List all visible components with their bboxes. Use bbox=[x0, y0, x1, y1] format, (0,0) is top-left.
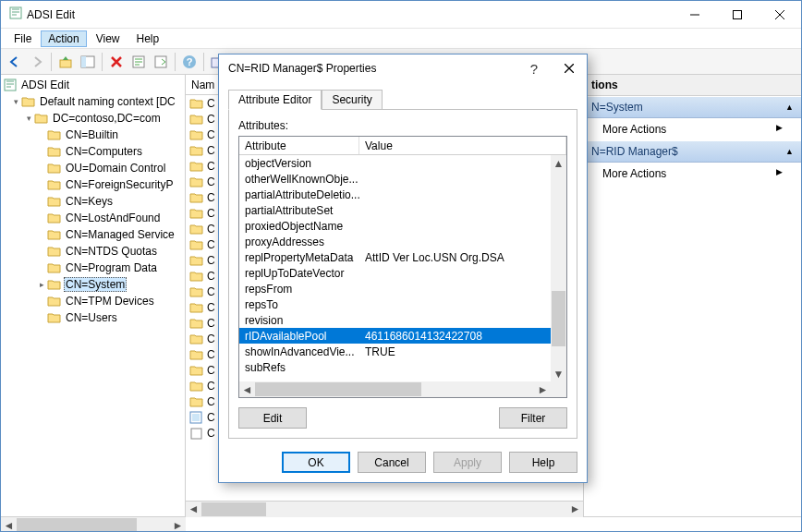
scroll-right-button[interactable]: ► bbox=[567, 502, 583, 517]
col-attribute[interactable]: Attribute bbox=[239, 137, 359, 154]
menu-help[interactable]: Help bbox=[129, 30, 167, 47]
actions-more-2[interactable]: More Actions▶ bbox=[584, 163, 801, 185]
delete-button[interactable] bbox=[106, 52, 127, 72]
filter-button[interactable]: Filter bbox=[499, 407, 567, 429]
tree-node[interactable]: CN=Managed Service bbox=[1, 226, 185, 243]
menu-file[interactable]: File bbox=[6, 30, 39, 47]
attr-scroll-down[interactable]: ▼ bbox=[551, 366, 566, 381]
attributes-label: Attributes: bbox=[238, 119, 567, 132]
actions-more-1[interactable]: More Actions▶ bbox=[584, 118, 801, 140]
attributes-listbox[interactable]: Attribute Value objectVersionotherWellKn… bbox=[238, 136, 567, 398]
tree-node[interactable]: CN=Computers bbox=[1, 143, 185, 160]
attr-scroll-up[interactable]: ▲ bbox=[551, 155, 566, 171]
attribute-row[interactable]: showInAdvancedVie...TRUE bbox=[239, 344, 566, 359]
actions-title: tions bbox=[584, 75, 801, 96]
refresh-button[interactable] bbox=[128, 52, 149, 72]
svg-rect-2 bbox=[60, 60, 71, 67]
back-button[interactable] bbox=[5, 52, 25, 72]
tree-node[interactable]: CN=Users bbox=[1, 309, 185, 326]
attr-scroll-right[interactable]: ► bbox=[535, 381, 551, 397]
attribute-row[interactable]: repsTo bbox=[239, 296, 566, 312]
dialog-title: CN=RID Manager$ Properties bbox=[228, 62, 516, 75]
dialog-tabs: Attribute Editor Security bbox=[228, 90, 577, 110]
attr-scroll-left[interactable]: ◄ bbox=[239, 381, 255, 397]
tree-root[interactable]: ADSI Edit bbox=[1, 77, 185, 93]
attr-vertical-scrollbar[interactable]: ▲ ▼ bbox=[551, 155, 566, 381]
tree-node[interactable]: CN=ForeignSecurityP bbox=[1, 176, 185, 193]
apply-button[interactable]: Apply bbox=[433, 452, 502, 473]
actions-section-rid-label: N=RID Manager$ bbox=[591, 145, 678, 158]
attribute-row[interactable]: objectVersion bbox=[239, 155, 566, 171]
menu-action[interactable]: Action bbox=[41, 30, 86, 47]
menubar: File Action View Help bbox=[1, 29, 801, 49]
dialog-help-button[interactable]: ? bbox=[516, 54, 552, 82]
attribute-row[interactable]: replPropertyMetaDataAttID Ver Loc.USN Or… bbox=[239, 249, 566, 265]
titlebar: ADSI Edit bbox=[1, 1, 801, 29]
window-title: ADSI Edit bbox=[27, 8, 75, 21]
tab-attribute-editor[interactable]: Attribute Editor bbox=[228, 90, 322, 110]
up-button[interactable] bbox=[55, 52, 76, 72]
tree-node[interactable]: CN=NTDS Quotas bbox=[1, 243, 185, 260]
tree-scroll-left[interactable]: ◄ bbox=[1, 517, 17, 532]
maximize-button[interactable] bbox=[716, 1, 759, 28]
tree-node[interactable]: CN=Program Data bbox=[1, 260, 185, 276]
svg-text:?: ? bbox=[187, 56, 193, 67]
properties-dialog: CN=RID Manager$ Properties ? Attribute E… bbox=[218, 54, 588, 483]
minimize-button[interactable] bbox=[674, 1, 716, 28]
svg-rect-4 bbox=[81, 56, 86, 67]
col-value[interactable]: Value bbox=[359, 137, 566, 154]
dialog-close-button[interactable] bbox=[552, 54, 587, 82]
menu-view[interactable]: View bbox=[89, 30, 128, 47]
attribute-row[interactable]: rIDAvailablePool4611686014132422708 bbox=[239, 328, 566, 344]
app-icon bbox=[8, 6, 23, 23]
scroll-left-button[interactable]: ◄ bbox=[186, 502, 201, 517]
actions-section-system[interactable]: N=System ▲ bbox=[584, 96, 801, 118]
attribute-row[interactable]: proxyAddresses bbox=[239, 234, 566, 249]
tree-node[interactable]: CN=LostAndFound bbox=[1, 210, 185, 226]
show-hide-tree-button[interactable] bbox=[78, 52, 98, 72]
tree-dc[interactable]: ▾DC=contoso,DC=com bbox=[1, 110, 185, 127]
cancel-button[interactable]: Cancel bbox=[358, 452, 426, 473]
tab-security[interactable]: Security bbox=[322, 90, 382, 110]
tree-node[interactable]: OU=Domain Control bbox=[1, 160, 185, 176]
attr-horizontal-scrollbar[interactable]: ◄ ► bbox=[239, 381, 566, 397]
svg-rect-1 bbox=[734, 10, 742, 18]
attribute-row[interactable]: proxiedObjectName bbox=[239, 218, 566, 234]
svg-rect-13 bbox=[191, 429, 201, 439]
tree-scroll-right[interactable]: ► bbox=[170, 517, 186, 532]
main-window: ADSI Edit File Action View Help ? AD bbox=[0, 0, 802, 532]
tree-node[interactable]: CN=TPM Devices bbox=[1, 293, 185, 309]
horizontal-scrollbar[interactable]: ◄ ► bbox=[186, 501, 583, 516]
collapse-icon: ▲ bbox=[785, 147, 794, 156]
attribute-row[interactable]: revision bbox=[239, 312, 566, 328]
tree-node[interactable]: CN=Builtin bbox=[1, 127, 185, 143]
close-button[interactable] bbox=[759, 1, 801, 28]
attribute-row[interactable]: partialAttributeSet bbox=[239, 202, 566, 218]
forward-button[interactable] bbox=[27, 52, 47, 72]
attribute-row[interactable]: partialAttributeDeletio... bbox=[239, 187, 566, 202]
attribute-row[interactable]: subRefs bbox=[239, 359, 566, 375]
collapse-icon: ▲ bbox=[785, 103, 794, 112]
tree-node[interactable]: ▸CN=System bbox=[1, 276, 185, 293]
actions-section-rid[interactable]: N=RID Manager$ ▲ bbox=[584, 140, 801, 163]
tree-node[interactable]: CN=Keys bbox=[1, 193, 185, 210]
attribute-row[interactable]: otherWellKnownObje... bbox=[239, 171, 566, 187]
export-list-button[interactable] bbox=[151, 52, 171, 72]
actions-pane: tions N=System ▲ More Actions▶ N=RID Man… bbox=[583, 75, 801, 516]
dialog-titlebar: CN=RID Manager$ Properties ? bbox=[219, 54, 587, 82]
tree-context[interactable]: ▾Default naming context [DC bbox=[1, 93, 185, 110]
actions-section-system-label: N=System bbox=[591, 101, 643, 114]
attribute-row[interactable]: replUpToDateVector bbox=[239, 265, 566, 281]
edit-button[interactable]: Edit bbox=[238, 407, 307, 429]
tree-pane[interactable]: ADSI Edit▾Default naming context [DC▾DC=… bbox=[1, 75, 186, 516]
attribute-row[interactable]: repsFrom bbox=[239, 281, 566, 296]
ok-button[interactable]: OK bbox=[282, 452, 350, 473]
help-button[interactable]: ? bbox=[179, 52, 200, 72]
help-button[interactable]: Help bbox=[509, 452, 577, 473]
